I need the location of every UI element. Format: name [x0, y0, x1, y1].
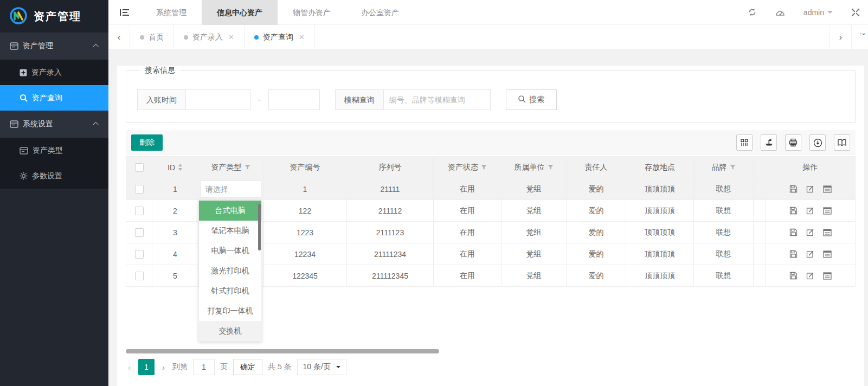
tab-close-icon[interactable]: ✕ — [299, 33, 305, 41]
select-all-checkbox[interactable] — [135, 163, 144, 172]
tab-asset-query[interactable]: 资产查询 ✕ — [245, 25, 315, 49]
save-icon[interactable] — [789, 207, 798, 215]
type-select-input[interactable] — [201, 181, 261, 198]
tab-close-icon[interactable]: ✕ — [228, 33, 234, 41]
sidebar-item-asset-type[interactable]: 资产类型 — [0, 138, 108, 163]
help-book-icon[interactable] — [834, 134, 850, 151]
cell-id: 2 — [152, 200, 198, 222]
sidebar-group-asset-management[interactable]: 资产管理 — [0, 33, 108, 60]
filter-icon[interactable] — [730, 164, 736, 170]
top-nav-system-management[interactable]: 系统管理 — [141, 0, 202, 25]
dropdown-option[interactable]: 针式打印机 — [199, 281, 261, 301]
filter-columns-icon[interactable] — [736, 134, 753, 151]
detail-icon[interactable] — [823, 207, 832, 215]
page-size-select[interactable]: 10 条/页 — [297, 359, 346, 375]
print-icon[interactable] — [785, 134, 801, 151]
horizontal-scrollbar[interactable] — [126, 349, 439, 353]
sidebar-item-parameter-settings[interactable]: 参数设置 — [0, 163, 108, 189]
prev-page-icon[interactable]: ‹ — [126, 363, 133, 372]
dropdown-option[interactable]: 电脑一体机 — [199, 241, 261, 261]
sort-icon[interactable] — [178, 164, 183, 171]
row-checkbox[interactable] — [135, 272, 144, 280]
dropdown-scrollbar[interactable] — [258, 204, 261, 250]
dropdown-option[interactable]: 打复印一体机 — [199, 301, 261, 321]
export-icon[interactable] — [761, 134, 777, 151]
sidebar-group-system-settings[interactable]: 系统设置 — [0, 111, 108, 138]
tab-label: 首页 — [149, 33, 164, 42]
dropdown-option[interactable]: 交换机 — [199, 321, 261, 341]
next-page-icon[interactable]: › — [160, 363, 167, 372]
cell-brand: 联想 — [694, 243, 754, 265]
top-nav-info-center-assets[interactable]: 信息中心资产 — [202, 0, 278, 25]
main-area: 系统管理 信息中心资产 物管办资产 办公室资产 admin — [108, 0, 868, 386]
tab-dot-icon — [140, 35, 144, 40]
cell-brand: 联想 — [694, 222, 754, 243]
tabs-scroll-left-icon[interactable]: ‹ — [108, 25, 130, 49]
confirm-page-button[interactable]: 确定 — [233, 359, 262, 375]
sidebar-item-asset-entry[interactable]: 资产录入 — [0, 60, 108, 85]
top-nav-office-assets[interactable]: 办公室资产 — [346, 0, 414, 25]
save-icon[interactable] — [789, 185, 798, 193]
save-icon[interactable] — [789, 228, 798, 236]
row-checkbox[interactable] — [135, 207, 144, 215]
edit-icon[interactable] — [806, 272, 814, 280]
detail-icon[interactable] — [823, 272, 832, 280]
cell-code: 122 — [263, 200, 347, 222]
row-checkbox[interactable] — [135, 228, 144, 237]
content-area: 搜索信息 入账时间 - 模糊查询 — [108, 50, 868, 386]
filter-icon[interactable] — [245, 164, 250, 170]
username: admin — [803, 8, 824, 17]
download-icon[interactable] — [809, 134, 826, 151]
row-checkbox[interactable] — [135, 250, 144, 259]
save-icon[interactable] — [789, 272, 798, 280]
tabs-scroll-right-icon[interactable]: › — [830, 25, 851, 49]
search-legend: 搜索信息 — [140, 66, 179, 75]
top-nav-property-office-assets[interactable]: 物管办资产 — [278, 0, 346, 25]
user-menu[interactable]: admin — [803, 8, 833, 17]
cell-code: 12234 — [263, 243, 347, 265]
date-start-input[interactable] — [185, 89, 250, 110]
cell-status: 在用 — [434, 200, 501, 222]
fullscreen-icon[interactable] — [851, 8, 860, 17]
row-checkbox[interactable] — [135, 185, 144, 194]
sidebar-collapse-icon[interactable] — [108, 9, 141, 16]
logo-row: 资产管理 — [0, 0, 108, 33]
detail-icon[interactable] — [823, 250, 832, 258]
save-icon[interactable] — [789, 250, 798, 258]
date-end-input[interactable] — [268, 89, 320, 110]
cell-owner: 爱的 — [567, 178, 626, 200]
toolbar-right-icons — [736, 134, 850, 151]
edit-icon[interactable] — [806, 185, 814, 193]
edit-icon[interactable] — [806, 250, 814, 258]
search-button[interactable]: 搜索 — [506, 89, 557, 110]
header-brand-label: 品牌 — [712, 163, 727, 172]
theme-gauge-icon[interactable] — [775, 8, 785, 17]
edit-icon[interactable] — [806, 207, 814, 215]
dropdown-option[interactable]: 台式电脑 — [199, 201, 261, 221]
filter-icon[interactable] — [548, 164, 554, 170]
header-code: 资产编号 — [263, 157, 347, 178]
current-page-button[interactable]: 1 — [138, 359, 155, 375]
dropdown-option[interactable]: 笔记本电脑 — [199, 221, 261, 241]
edit-icon[interactable] — [806, 228, 814, 236]
tab-asset-entry[interactable]: 资产录入 ✕ — [174, 25, 245, 49]
cell-actions — [766, 178, 856, 200]
header-status-label: 资产状态 — [448, 163, 478, 172]
detail-icon[interactable] — [823, 228, 832, 236]
cell-serial: 21111 — [347, 178, 434, 200]
sidebar-item-asset-query[interactable]: 资产查询 — [0, 85, 108, 111]
cell-actions — [766, 222, 856, 243]
fuzzy-input[interactable] — [383, 89, 491, 110]
goto-page-input[interactable] — [193, 359, 215, 375]
filter-icon[interactable] — [481, 164, 487, 170]
dropdown-option[interactable]: 激光打印机 — [199, 261, 261, 281]
detail-icon[interactable] — [823, 185, 832, 193]
top-nav: 系统管理 信息中心资产 物管办资产 办公室资产 — [141, 0, 414, 25]
header-serial: 序列号 — [347, 157, 434, 178]
tabs-menu-icon[interactable]: ˙ˇ — [851, 25, 868, 49]
cell-unit: 党组 — [501, 200, 567, 222]
app-logo-icon — [9, 6, 28, 27]
tab-home[interactable]: 首页 — [130, 25, 174, 49]
delete-button[interactable]: 删除 — [131, 134, 163, 151]
refresh-icon[interactable] — [748, 8, 757, 17]
